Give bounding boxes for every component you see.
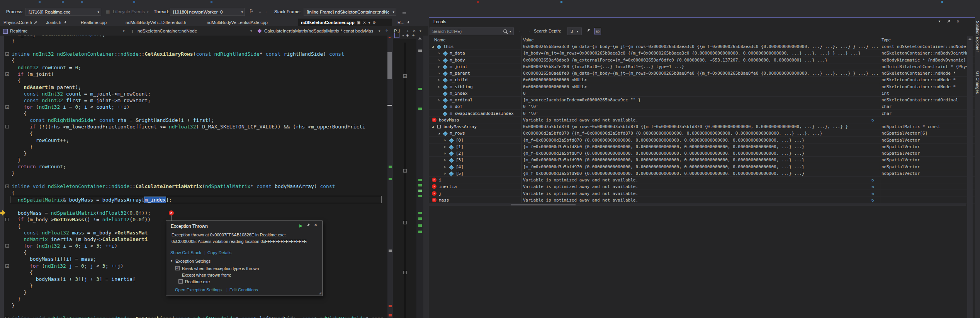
tab-realtime-cpp[interactable]: Realtime.cpp — [78, 19, 114, 26]
refresh-icon[interactable]: ↻ — [871, 183, 874, 190]
tab-ndmultibodyve-entialaxle-cpp[interactable]: ndMultiBodyVe...entialAxle.cpp — [204, 19, 276, 26]
chevron-down-icon[interactable]: ▾ — [250, 26, 252, 36]
outline-toggle-icon[interactable] — [394, 33, 399, 38]
variable-value[interactable]: {m_f=0x000000d3a5bfd970 {0.0000000000000… — [523, 164, 878, 170]
refresh-icon[interactable]: ↻ — [871, 177, 874, 183]
fold-collapse-icon[interactable]: - — [5, 105, 9, 109]
variable-value[interactable]: Variable is optimized away and not avail… — [523, 117, 878, 123]
variable-value[interactable]: {m_f=0x000000d3a5bfd8b0 {0.0000000000000… — [523, 144, 878, 150]
locals-row-i[interactable]: ✕iVariable is optimized away and not ava… — [429, 177, 975, 183]
variable-value[interactable]: 0x00000265b8ae8fe0 {m_data={m_body={m_jt… — [523, 70, 878, 77]
locals-row-this[interactable]: ◢this0x00000265b8aea3c0 {m_data={m_body=… — [429, 43, 975, 50]
variable-value[interactable]: 0x0000000000000000 <NULL> — [523, 77, 878, 83]
code-line[interactable]: inline void ndSkeletonContainer::ndNode:… — [12, 315, 384, 318]
locals-row--0-[interactable]: ▷[0]{m_f=0x000000d3a5bfd870 {0.000000000… — [429, 137, 975, 144]
locals-row-m-index[interactable]: m_index0int — [429, 90, 975, 97]
variable-value[interactable]: {m_body={m_jt={m_rows=0x00000265b8aea3c0… — [523, 50, 878, 56]
code-line[interactable]: const ndInt32 count = m_joint->m_rowCoun… — [12, 91, 151, 97]
refresh-icon[interactable]: ↻ — [871, 197, 874, 203]
continue-play-icon[interactable]: ▶ — [299, 223, 302, 228]
exception-settings-header[interactable]: Exception Settings — [175, 259, 211, 263]
fold-collapse-icon[interactable]: - — [403, 169, 407, 173]
code-line[interactable]: bodyMass[i + 3][j + 3] = inertia[ — [12, 276, 136, 282]
variable-value[interactable]: 0x000000d3a5bfd870 {m_rows=0x000000d3a5b… — [523, 123, 878, 130]
split-cursor-icon[interactable]: + — [412, 33, 414, 38]
variable-value[interactable]: {m_f=0x000000d3a5bfd8f0 {0.0000000000000… — [523, 150, 878, 157]
stack-frame-dropdown[interactable]: [Inline Frame] ndSkeletonContainer::ndNo… — [304, 8, 396, 16]
variable-value[interactable]: {m_sourceJacobianIndex=0x00000265b8aea9e… — [523, 97, 878, 103]
breadcrumb-project[interactable]: Realtime — [10, 26, 27, 36]
code-line[interactable]: if (!((rhs->m_lowerBoundFrictionCoeffice… — [12, 123, 365, 130]
column-header-name[interactable]: Name — [434, 38, 445, 42]
fold-collapse-icon[interactable]: - — [5, 218, 9, 221]
scrollbar-thumb[interactable] — [511, 204, 576, 205]
column-header-value[interactable]: Value — [523, 38, 533, 42]
collapsed-arrow-icon[interactable]: ▷ — [438, 57, 440, 63]
scroll-up-icon[interactable] — [968, 38, 972, 40]
breadcrumb-scope[interactable]: ndSkeletonContainer::ndNode — [138, 26, 197, 36]
fold-collapse-icon[interactable]: - — [5, 244, 9, 248]
fold-collapse-icon[interactable]: - — [403, 221, 407, 224]
code-line[interactable]: { — [12, 269, 33, 276]
variable-value[interactable]: 0x00000265b8aea3c0 {m_data={m_body={m_jt… — [523, 43, 878, 50]
code-line[interactable]: { — [12, 110, 27, 117]
chevron-down-icon[interactable]: ▾ — [379, 26, 380, 36]
collapsed-arrow-icon[interactable]: ▷ — [438, 97, 440, 103]
collapsed-arrow-icon[interactable]: ▷ — [444, 170, 446, 177]
code-line[interactable]: bodyMass[i][i] = mass; — [12, 256, 96, 262]
thread-dropdown[interactable]: [10180] newtonWorker_0 ▾ — [170, 8, 245, 16]
column-header-type[interactable]: Type — [881, 38, 891, 42]
pin-icon[interactable] — [307, 223, 310, 227]
refresh-icon[interactable]: ↻ — [871, 190, 874, 197]
close-icon[interactable]: ✕ — [363, 21, 366, 25]
edit-conditions-link[interactable]: Edit Conditions — [229, 287, 258, 292]
variable-value[interactable]: {m_f=0x000000d3a5bfd870 {0.0000000000000… — [523, 137, 878, 144]
show-text-visualizer-icon[interactable]: ab — [594, 28, 601, 34]
code-line[interactable]: if (m_body->GetInvMass() != ndFloat32(0.… — [12, 216, 151, 223]
code-line[interactable]: m_body->SetSkeleton(nullptr); — [12, 36, 105, 38]
breadcrumb-member[interactable]: CalculateInertiaMatrix(ndSpatialMatrix *… — [264, 26, 374, 36]
variable-value[interactable]: 0x000000d3a5bfd870 {{m_f=0x000000d3a5bfd… — [523, 130, 878, 137]
code-line[interactable]: { — [12, 190, 15, 196]
code-line[interactable]: const ndInt32 first = m_joint->m_rowStar… — [12, 97, 151, 104]
breakpoint-gutter[interactable] — [0, 36, 4, 318]
code-line[interactable]: ndSpatialMatrix& bodyMass = bodyMassArra… — [12, 197, 172, 203]
split-editor-icon[interactable]: ÷ — [386, 26, 388, 36]
settings-gear-icon[interactable]: ⚙ — [373, 21, 376, 25]
edit-diamond-icon[interactable]: ◈ — [406, 33, 409, 37]
fold-collapse-icon[interactable]: - — [5, 72, 9, 76]
expanded-arrow-icon[interactable]: ◢ — [432, 123, 434, 130]
pin-icon[interactable] — [947, 19, 951, 24]
code-line[interactable]: ndAssert(m_parent); — [12, 84, 81, 91]
scroll-up-icon[interactable] — [418, 37, 422, 39]
locals-row-j[interactable]: ✕jVariable is optimized away and not ava… — [429, 190, 975, 197]
pane-scrollbar[interactable] — [416, 36, 423, 318]
fold-collapse-icon[interactable]: - — [5, 264, 9, 268]
tab-ndmultibodyveh-differential-h[interactable]: ndMultiBodyVeh...Differential.h — [123, 19, 195, 26]
code-line[interactable]: } — [12, 296, 20, 302]
chevron-down-icon[interactable]: ▾ — [123, 26, 125, 36]
code-line[interactable]: } — [12, 150, 27, 157]
pin-properties-icon[interactable] — [585, 28, 592, 34]
locals-row--5-[interactable]: ▷[5]{m_f=0x000000d3a5bfd9b0 {0.000000000… — [429, 170, 975, 177]
lifecycle-events-button[interactable]: Lifecycle Events — [113, 9, 145, 14]
variable-value[interactable]: 0 '\0' — [523, 103, 878, 110]
locals-row-m-joint[interactable]: ▷m_joint0x00000265b8a2e280 {localRot0={.… — [429, 63, 975, 70]
chevron-down-icon[interactable]: ▾ — [420, 26, 421, 36]
locals-row--4-[interactable]: ▷[4]{m_f=0x000000d3a5bfd970 {0.000000000… — [429, 164, 975, 170]
open-exception-settings-link[interactable]: Open Exception Settings — [175, 287, 222, 292]
module-checkbox[interactable] — [178, 279, 183, 284]
code-line[interactable]: } — [12, 302, 15, 309]
tab-physicscore-h[interactable]: PhysicsCore.h — [1, 19, 38, 26]
copy-details-link[interactable]: Copy Details — [207, 250, 231, 255]
code-line[interactable]: } — [12, 282, 33, 289]
close-icon[interactable]: ✕ — [956, 19, 960, 24]
close-icon[interactable]: ✕ — [314, 223, 317, 227]
code-line[interactable]: for (ndInt32 i = 0; i < 3; ++i) — [12, 243, 117, 249]
variable-value[interactable]: Variable is optimized away and not avail… — [523, 183, 878, 190]
variable-value[interactable]: {m_f=0x000000d3a5bfd930 {0.0000000000000… — [523, 157, 878, 163]
show-call-stack-link[interactable]: Show Call Stack — [170, 250, 201, 255]
horizontal-scrollbar[interactable] — [429, 203, 966, 206]
variable-value[interactable]: 0x0000000000000000 <NULL> — [523, 84, 878, 90]
code-line[interactable]: } — [12, 289, 27, 296]
